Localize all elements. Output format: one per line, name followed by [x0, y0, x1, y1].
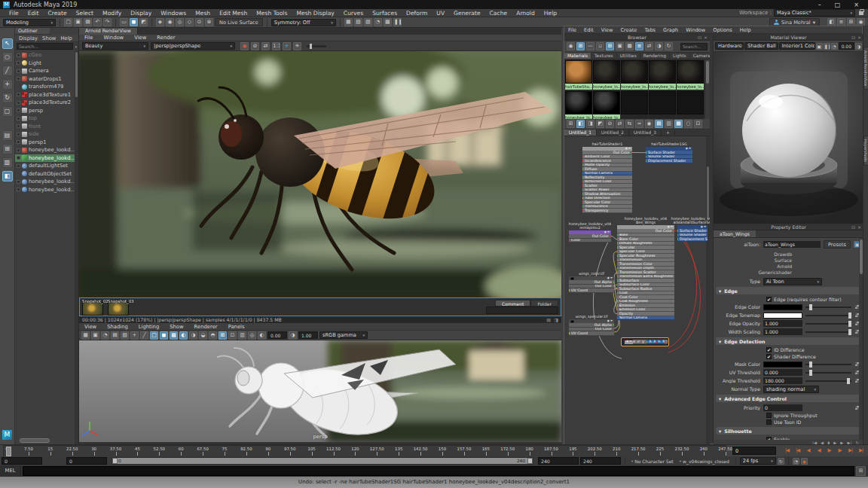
port-in-icon[interactable]	[660, 341, 661, 343]
menu-windows[interactable]: Windows	[156, 10, 191, 17]
outliner-item[interactable]: defaultObjectSet	[15, 170, 78, 178]
select-hierarchy-icon[interactable]: ▭	[120, 18, 128, 26]
port-in-icon[interactable]	[677, 234, 678, 236]
viewer-renderer-select[interactable]: Hardware▾	[715, 42, 744, 50]
port-in-icon[interactable]	[665, 341, 665, 343]
checkbox[interactable]: ✔	[766, 297, 772, 302]
port-in-icon[interactable]	[617, 309, 618, 311]
menu-cache[interactable]: Cache	[485, 10, 512, 17]
playback-start-field[interactable]: 0	[2, 457, 42, 465]
play-forward-button[interactable]: ▶	[824, 446, 834, 456]
menu-mesh-tools[interactable]: Mesh Tools	[252, 10, 292, 17]
menu-surfaces[interactable]: Surfaces	[368, 10, 402, 17]
port-in-icon[interactable]	[582, 176, 583, 178]
node-attr-row[interactable]: Displacement Shader	[646, 159, 692, 163]
outliner-item[interactable]: Light	[15, 59, 78, 68]
open-scene-icon[interactable]: ▣	[74, 18, 82, 26]
node-graph[interactable]: hairTubeShader1◉≡Out ColorAmbient ColorI…	[564, 136, 710, 445]
port-in-icon[interactable]	[617, 255, 618, 257]
attribute-value-field[interactable]: 0.000	[763, 369, 802, 376]
layout-four-pane[interactable]: ⊞	[2, 144, 13, 154]
simple-node-view-icon[interactable]: ▤	[655, 120, 663, 128]
node-attr-row[interactable]: UV Coord	[569, 288, 614, 293]
outliner-item[interactable]: Camera	[15, 67, 78, 75]
select-tool[interactable]: ↖	[2, 38, 13, 49]
hypershade-menu-edit[interactable]: Edit	[580, 27, 598, 33]
set-key-icon[interactable]: ◆	[801, 458, 808, 465]
renderview-menu-render[interactable]: Render	[151, 35, 180, 41]
outliner-h-scrollbar[interactable]	[20, 438, 50, 443]
port-in-icon[interactable]	[646, 160, 646, 162]
port-in-icon[interactable]	[617, 259, 618, 261]
material-swatch[interactable]: honeybee_lo...	[649, 60, 676, 90]
port-in-icon[interactable]	[617, 242, 618, 245]
color-swatch[interactable]	[763, 313, 802, 319]
menu-modify[interactable]: Modify	[98, 10, 126, 17]
outliner-item[interactable]: top	[15, 114, 78, 123]
expand-toggle-icon[interactable]	[17, 117, 20, 120]
port-in-icon[interactable]	[569, 239, 570, 242]
comment-tab[interactable]: Comment	[495, 300, 530, 307]
isolate-select-icon[interactable]: ⊡	[228, 331, 237, 340]
attribute-slider[interactable]	[805, 307, 851, 308]
viewport-menu-lighting[interactable]: Lighting	[133, 324, 164, 330]
menu-mesh[interactable]: Mesh	[191, 10, 215, 17]
close-icon[interactable]: ×	[857, 224, 861, 230]
port-in-icon[interactable]	[582, 185, 583, 187]
browser-tab-materials[interactable]: Materials	[564, 53, 591, 59]
no-live-surface-button[interactable]: No Live Surface	[215, 18, 263, 26]
node-attr-row[interactable]: Color	[569, 239, 611, 243]
node-tab-untitled_3[interactable]: Untitled_3	[629, 130, 662, 136]
expand-toggle-icon[interactable]	[17, 61, 20, 65]
input-output-connections-icon[interactable]: ◨	[586, 120, 594, 128]
paint-effects-icon[interactable]: ▩	[384, 18, 392, 26]
start-render-icon[interactable]: ◉	[240, 42, 249, 50]
step-back-frame-button[interactable]: ◀	[803, 446, 813, 456]
port-out-icon[interactable]	[613, 324, 614, 326]
slider-handle[interactable]	[809, 361, 812, 368]
exposure-value[interactable]: 0.00	[267, 331, 287, 339]
section-header-edge[interactable]: ▾Edge	[716, 287, 861, 294]
shaded-icon[interactable]: ◼	[160, 331, 168, 340]
swatch-thumbnail[interactable]	[565, 60, 592, 84]
field-chart-icon[interactable]: ◎	[248, 331, 256, 340]
search-nodes-icon[interactable]: ○	[684, 120, 692, 128]
anim-preferences-icon[interactable]: ◔	[793, 458, 799, 465]
outliner-menu-show[interactable]: Show	[41, 35, 57, 41]
snapshot-thumbnail[interactable]	[82, 302, 103, 316]
expand-toggle-icon[interactable]	[17, 77, 20, 81]
material-swatch[interactable]: hairTubeSha...	[565, 60, 592, 90]
port-in-icon[interactable]	[677, 230, 678, 232]
fps-select[interactable]: 24 fps▾	[740, 457, 776, 465]
menu-uv[interactable]: UV	[432, 10, 449, 17]
swatch-thumbnail[interactable]	[593, 91, 620, 114]
output-connections-icon[interactable]: ◩	[596, 120, 604, 128]
colorspace-select[interactable]: sRGB gamma▾	[319, 331, 368, 339]
attribute-slider[interactable]	[805, 315, 851, 316]
snap-point-icon[interactable]: ◎	[176, 18, 184, 26]
expand-toggle-icon[interactable]	[17, 93, 20, 96]
undock-icon[interactable]: ⊡	[851, 224, 855, 230]
sort-type-icon[interactable]: ⇄	[645, 42, 653, 50]
pin-selected-icon[interactable]: ◉	[645, 120, 653, 128]
large-swatch-icon[interactable]: ▣	[616, 42, 624, 50]
outliner-scrollbar[interactable]	[75, 50, 78, 444]
node-attr-row[interactable]: Displacement Shader	[677, 237, 708, 242]
step-back-key-button[interactable]: |◀	[793, 446, 802, 456]
layout-two-pane[interactable]: ▥	[2, 157, 13, 168]
port-in-icon[interactable]	[617, 263, 618, 265]
render-camera-select[interactable]: |persp|perspShape▾	[151, 42, 235, 50]
port-in-icon[interactable]	[617, 271, 618, 273]
sort-name-icon[interactable]: ≡	[635, 42, 643, 50]
go-to-start-button[interactable]: |◀	[782, 446, 792, 456]
menu-display[interactable]: Display	[126, 10, 156, 17]
port-in-icon[interactable]	[582, 193, 583, 195]
menu-edit-mesh[interactable]: Edit Mesh	[215, 10, 252, 17]
play-backwards-button[interactable]: ◀	[814, 446, 824, 456]
section-header-edge-detection[interactable]: ▾Edge Detection	[716, 337, 861, 345]
expand-toggle-icon[interactable]	[17, 133, 20, 136]
pan-zoom-icon[interactable]: +	[130, 331, 139, 340]
update-render-icon[interactable]: ⇄	[261, 42, 270, 50]
crosshair-icon[interactable]: +	[283, 42, 291, 50]
viewport-menu-renderer[interactable]: Renderer	[189, 324, 223, 330]
